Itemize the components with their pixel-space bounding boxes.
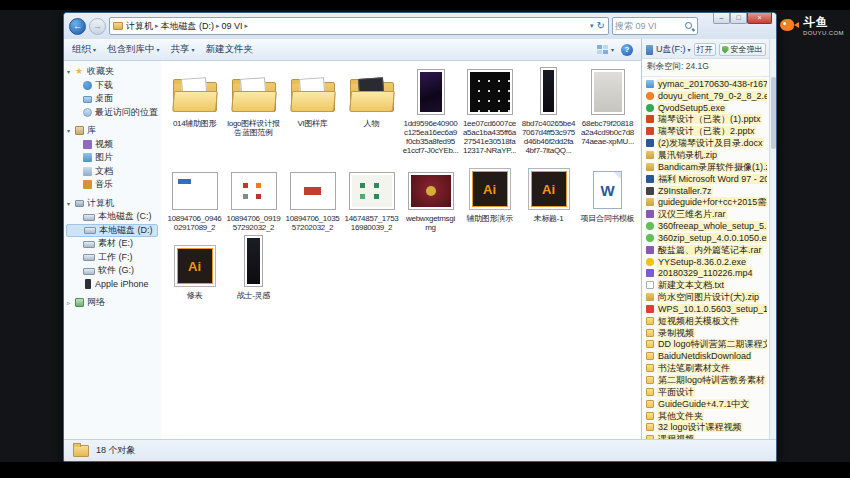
sidebar-item[interactable]: 图片 xyxy=(66,151,160,165)
safe-eject-button[interactable]: 安全弹出 xyxy=(719,43,766,56)
panel-file-item[interactable]: 汉仪三维名片.rar xyxy=(642,208,776,220)
breadcrumb-item[interactable]: 本地磁盘 (D:) xyxy=(161,20,215,33)
file-item[interactable]: 8bd7c40265be4 7067d4ff53c975 d46b46f2dd2… xyxy=(519,68,578,155)
panel-file-item[interactable]: WPS_10.1.0.5603_setup_1468... xyxy=(642,303,776,315)
breadcrumb-item[interactable]: 09 VI xyxy=(222,21,243,31)
panel-file-item[interactable]: 酸盐篇、内外篇笔记本.rar xyxy=(642,244,776,256)
toolbar-button[interactable]: 共享▾ xyxy=(171,43,195,56)
sidebar-item[interactable]: 音乐 xyxy=(66,178,160,192)
file-item[interactable]: 修表 xyxy=(165,240,224,300)
panel-file-item[interactable]: 32 logo设计课程视频 xyxy=(642,421,776,433)
panel-file-item[interactable]: YYSetup-8.36.0.2.exe xyxy=(642,256,776,268)
file-item[interactable]: VI图样库 xyxy=(283,68,342,155)
change-view-button[interactable]: ▾ xyxy=(597,45,614,55)
file-item[interactable]: 10894706_0919 57292032_2 xyxy=(224,163,283,232)
forward-button[interactable]: → xyxy=(89,18,106,35)
maximize-button[interactable]: □ xyxy=(730,13,747,24)
file-item[interactable]: 014辅助图形 xyxy=(165,68,224,155)
breadcrumb-item[interactable]: 计算机 xyxy=(126,20,153,33)
scrollbar[interactable] xyxy=(769,39,776,439)
expander-icon[interactable]: ▹ xyxy=(67,299,75,306)
panel-file-item[interactable]: 短视频相关模板文件 xyxy=(642,315,776,327)
panel-file-item[interactable]: 20180329_110226.mp4 xyxy=(642,268,776,280)
sidebar-item[interactable]: Apple iPhone xyxy=(66,278,160,292)
sidebar-item[interactable]: 桌面 xyxy=(66,92,160,106)
file-item[interactable]: 68ebc79f20818 a2a4cd9b0c7d8 74aeae-xpMU.… xyxy=(578,68,637,155)
panel-file-item[interactable]: 晨汛销录机.zip xyxy=(642,149,776,161)
search-box[interactable] xyxy=(612,17,698,35)
back-button[interactable]: ← xyxy=(69,18,86,35)
refresh-icon[interactable]: ↻ xyxy=(597,21,605,31)
panel-file-item[interactable]: guideguide+for+cc+2015需要... xyxy=(642,196,776,208)
panel-file-item[interactable]: 平面设计 xyxy=(642,386,776,398)
toolbar-button[interactable]: 新建文件夹 xyxy=(206,43,254,56)
sidebar-item[interactable]: 软件 (G:) xyxy=(66,264,160,278)
panel-file-item[interactable]: 福利 Microsoft Word 97 - 20... xyxy=(642,173,776,185)
panel-file-item[interactable]: 录制视频 xyxy=(642,327,776,339)
panel-file-item[interactable]: Bandicam录屏软件摄像(1).zip xyxy=(642,161,776,173)
file-item[interactable]: 14674857_1753 16980039_2 xyxy=(342,163,401,232)
usb-drive-select[interactable]: U盘(F:) ▾ xyxy=(656,43,691,56)
sidebar-item[interactable]: 最近访问的位置 xyxy=(66,106,160,120)
address-dropdown-icon[interactable]: ▾ xyxy=(590,22,594,30)
close-button[interactable]: × xyxy=(747,13,772,24)
sidebar-item[interactable]: 视频 xyxy=(66,138,160,152)
breadcrumb-separator-icon[interactable]: ▸ xyxy=(216,22,220,30)
panel-file-item[interactable]: GuideGuide+4.7.1中文 xyxy=(642,398,776,410)
file-item[interactable]: 10894706_1035 57202032_2 xyxy=(283,163,342,232)
breadcrumb-separator-icon[interactable]: ▸ xyxy=(245,22,249,30)
file-item[interactable]: 战士-灵感 xyxy=(224,240,283,300)
panel-file-item[interactable]: Z9Installer.7z xyxy=(642,185,776,197)
file-item[interactable]: 1ee07cd6007ce a5ac1ba435ff6a 27541e30518… xyxy=(460,68,519,155)
panel-file-item[interactable]: 360zip_setup_4.0.0.1050.exe xyxy=(642,232,776,244)
sidebar-group-header[interactable]: ▾库 xyxy=(66,124,160,138)
file-item[interactable]: 10894706_0946 02917089_2 xyxy=(165,163,224,232)
sidebar-group-header[interactable]: ▹网络 xyxy=(66,296,160,310)
file-item[interactable]: 辅助图形演示 xyxy=(460,163,519,232)
panel-file-item[interactable]: yymac_20170630-438-r1678... xyxy=(642,78,776,90)
help-button[interactable]: ? xyxy=(621,44,633,56)
panel-file-item[interactable]: 书法笔刷素材文件 xyxy=(642,362,776,374)
file-item[interactable]: 1dd9596e40900 c125ea16ec6a9 f0cb35a8fed9… xyxy=(401,68,460,155)
file-item[interactable]: 未标题-1 xyxy=(519,163,578,232)
panel-file-item[interactable]: BaiduNetdiskDownload xyxy=(642,350,776,362)
sidebar-item[interactable]: 下载 xyxy=(66,79,160,93)
panel-file-item[interactable]: 瑞琴设计（已装）(1).pptx xyxy=(642,114,776,126)
panel-file-item[interactable]: 瑞琴设计（已装）2.pptx xyxy=(642,125,776,137)
expander-icon[interactable]: ▾ xyxy=(67,200,75,207)
scrollbar-thumb[interactable] xyxy=(771,77,776,149)
file-item[interactable]: 项目合同书模板 xyxy=(578,163,637,232)
folder-icon xyxy=(646,388,654,396)
sidebar-item[interactable]: 工作 (F:) xyxy=(66,251,160,265)
sidebar-item[interactable]: 文档 xyxy=(66,165,160,179)
panel-file-item[interactable]: 新建文本文档.txt xyxy=(642,279,776,291)
toolbar-button[interactable]: 组织▾ xyxy=(72,43,96,56)
minimize-button[interactable]: – xyxy=(713,13,730,24)
panel-file-item[interactable]: 课程视频 xyxy=(642,433,776,439)
open-drive-button[interactable]: 打开 xyxy=(694,43,716,56)
panel-file-item[interactable]: douyu_client_79_0-2_8_2.exe xyxy=(642,90,776,102)
file-item[interactable]: 人物 xyxy=(342,68,401,155)
panel-file-item[interactable]: DD logo特训营第二期课程文件 xyxy=(642,339,776,351)
panel-file-item[interactable]: 360freeap_whole_setup_5.3.0... xyxy=(642,220,776,232)
sidebar-item[interactable]: 本地磁盘 (D:) xyxy=(66,224,158,238)
file-item[interactable]: webwxgetmsgi mg xyxy=(401,163,460,232)
panel-file-item[interactable]: 第二期logo特训营教务素材 xyxy=(642,374,776,386)
rar-file-icon xyxy=(646,210,654,218)
panel-file-item[interactable]: QvodSetup5.exe xyxy=(642,102,776,114)
sidebar-group-header[interactable]: ▾计算机 xyxy=(66,197,160,211)
expander-icon[interactable]: ▾ xyxy=(67,68,75,75)
douyu-file-icon xyxy=(646,92,654,100)
breadcrumb-separator-icon[interactable]: ▸ xyxy=(155,22,159,30)
sidebar-item[interactable]: 本地磁盘 (C:) xyxy=(66,210,160,224)
expander-icon[interactable]: ▾ xyxy=(67,127,75,134)
sidebar-group-header[interactable]: ▾收藏夹 xyxy=(66,65,160,79)
search-input[interactable] xyxy=(615,21,684,31)
toolbar-button[interactable]: 包含到库中▾ xyxy=(107,43,160,56)
sidebar-item[interactable]: 素材 (E:) xyxy=(66,237,160,251)
panel-file-item[interactable]: 尚水空间图片设计(大).zip xyxy=(642,291,776,303)
breadcrumb[interactable]: 计算机▸本地磁盘 (D:)▸09 VI▸ ▾ ↻ xyxy=(109,17,609,35)
file-item[interactable]: logo图样设计报 告蓝图范例 xyxy=(224,68,283,155)
panel-file-item[interactable]: 其他文件夹 xyxy=(642,410,776,422)
panel-file-item[interactable]: (2)发瑞琴设计及目录.docx xyxy=(642,137,776,149)
